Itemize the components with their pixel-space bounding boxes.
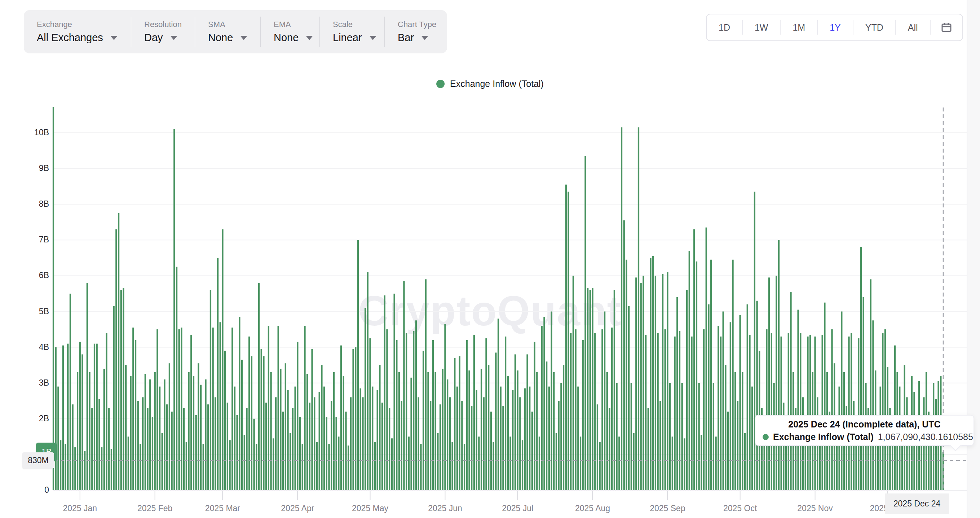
bar[interactable] bbox=[268, 326, 269, 490]
bar[interactable] bbox=[99, 399, 100, 490]
bar[interactable] bbox=[756, 301, 757, 490]
bar[interactable] bbox=[500, 387, 501, 490]
bar[interactable] bbox=[800, 333, 801, 490]
bar[interactable] bbox=[737, 401, 738, 490]
bar[interactable] bbox=[580, 437, 581, 490]
bar[interactable] bbox=[648, 408, 649, 490]
bar[interactable] bbox=[725, 365, 726, 490]
bar[interactable] bbox=[115, 230, 117, 490]
bar[interactable] bbox=[539, 437, 540, 490]
bar[interactable] bbox=[166, 404, 168, 490]
bar[interactable] bbox=[558, 401, 560, 490]
bar[interactable] bbox=[403, 281, 404, 490]
bar[interactable] bbox=[384, 295, 385, 490]
bar[interactable] bbox=[386, 329, 388, 490]
bar[interactable] bbox=[430, 401, 431, 490]
bar[interactable] bbox=[550, 312, 552, 491]
bar[interactable] bbox=[476, 390, 477, 490]
bar[interactable] bbox=[747, 304, 748, 490]
bar[interactable] bbox=[616, 383, 617, 490]
bar[interactable] bbox=[401, 401, 402, 490]
bar[interactable] bbox=[814, 336, 816, 490]
bar[interactable] bbox=[304, 326, 305, 490]
bar[interactable] bbox=[505, 336, 506, 490]
bar[interactable] bbox=[297, 342, 298, 490]
bar[interactable] bbox=[86, 283, 88, 490]
bar[interactable] bbox=[256, 444, 257, 490]
bar[interactable] bbox=[604, 312, 605, 491]
bar[interactable] bbox=[169, 363, 170, 490]
bar[interactable] bbox=[524, 389, 526, 490]
bar[interactable] bbox=[659, 401, 661, 490]
bar[interactable] bbox=[130, 376, 131, 490]
bar[interactable] bbox=[147, 408, 148, 490]
bar[interactable] bbox=[694, 230, 695, 490]
bar[interactable] bbox=[212, 328, 213, 490]
bar[interactable] bbox=[299, 417, 301, 490]
bar[interactable] bbox=[162, 433, 163, 490]
bar[interactable] bbox=[159, 387, 161, 490]
bar[interactable] bbox=[275, 397, 277, 490]
bar[interactable] bbox=[742, 372, 743, 490]
bar[interactable] bbox=[657, 333, 659, 490]
bar[interactable] bbox=[372, 387, 373, 490]
bar[interactable] bbox=[176, 267, 177, 490]
bar[interactable] bbox=[872, 320, 873, 490]
bar[interactable] bbox=[822, 335, 823, 490]
bar[interactable] bbox=[768, 277, 770, 490]
bar[interactable] bbox=[740, 315, 741, 490]
bar[interactable] bbox=[197, 363, 199, 490]
bar[interactable] bbox=[273, 438, 274, 490]
bar[interactable] bbox=[691, 336, 692, 490]
bar[interactable] bbox=[819, 440, 821, 490]
bar[interactable] bbox=[345, 411, 347, 490]
bar[interactable] bbox=[171, 411, 172, 490]
bar[interactable] bbox=[282, 411, 284, 490]
bar[interactable] bbox=[316, 442, 318, 490]
bar[interactable] bbox=[123, 288, 124, 490]
bar[interactable] bbox=[684, 438, 685, 490]
bar[interactable] bbox=[577, 387, 579, 490]
bar[interactable] bbox=[708, 304, 709, 490]
bar[interactable] bbox=[410, 378, 412, 490]
bar[interactable] bbox=[406, 333, 407, 490]
bar[interactable] bbox=[601, 329, 603, 490]
bar[interactable] bbox=[140, 444, 141, 490]
bar[interactable] bbox=[149, 379, 151, 490]
bar[interactable] bbox=[319, 392, 320, 490]
bar[interactable] bbox=[348, 445, 349, 490]
bar[interactable] bbox=[444, 324, 445, 490]
bar[interactable] bbox=[631, 383, 632, 490]
bar[interactable] bbox=[154, 372, 156, 490]
bar[interactable] bbox=[193, 376, 194, 490]
bar[interactable] bbox=[676, 297, 678, 490]
bar[interactable] bbox=[164, 379, 165, 490]
bar[interactable] bbox=[885, 329, 886, 490]
bar[interactable] bbox=[788, 333, 789, 490]
bar[interactable] bbox=[309, 403, 310, 490]
bar[interactable] bbox=[248, 336, 250, 490]
bar[interactable] bbox=[471, 406, 473, 490]
bar[interactable] bbox=[333, 372, 335, 490]
bar[interactable] bbox=[863, 297, 864, 490]
bar[interactable] bbox=[464, 444, 465, 490]
bar[interactable] bbox=[882, 333, 883, 490]
bar[interactable] bbox=[483, 397, 485, 490]
bar[interactable] bbox=[323, 387, 325, 490]
bar[interactable] bbox=[425, 279, 426, 490]
bar[interactable] bbox=[650, 258, 651, 490]
bar[interactable] bbox=[55, 347, 57, 490]
bar[interactable] bbox=[522, 440, 523, 490]
bar[interactable] bbox=[718, 326, 719, 490]
bar[interactable] bbox=[720, 336, 721, 490]
bar[interactable] bbox=[96, 344, 98, 490]
bar[interactable] bbox=[478, 437, 480, 490]
bar[interactable] bbox=[771, 333, 772, 490]
bar[interactable] bbox=[84, 451, 86, 490]
bar[interactable] bbox=[434, 372, 436, 490]
bar[interactable] bbox=[108, 408, 110, 490]
bar[interactable] bbox=[858, 338, 859, 490]
bar[interactable] bbox=[369, 338, 371, 490]
bar[interactable] bbox=[415, 320, 417, 490]
bar[interactable] bbox=[196, 415, 197, 490]
